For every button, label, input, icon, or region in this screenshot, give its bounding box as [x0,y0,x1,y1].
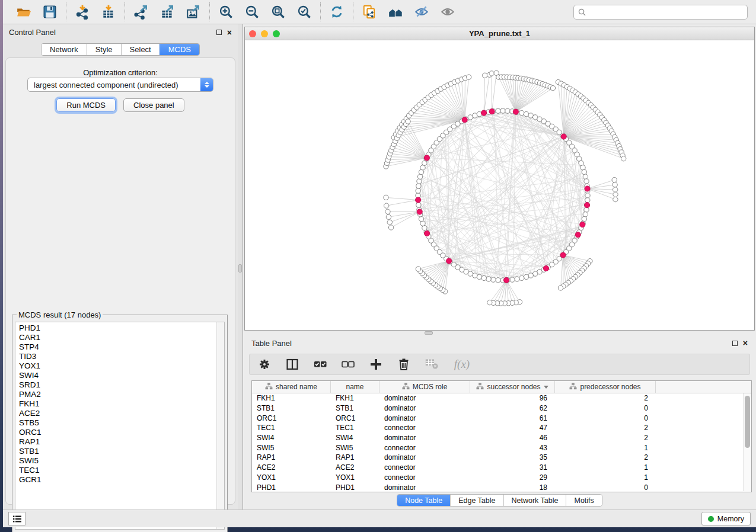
column-header-shared-name[interactable]: shared name [252,381,331,393]
tab-mcds[interactable]: MCDS [160,44,199,55]
save-icon[interactable] [41,3,59,21]
cell-name[interactable]: SWI4 [331,434,379,442]
column-header-name[interactable]: name [331,381,379,393]
table-row[interactable]: STB1STB1dominator620 [252,403,751,414]
open-folder-icon[interactable] [15,3,33,21]
home-networks-icon[interactable] [387,3,404,21]
column-header-successor-nodes[interactable]: successor nodes [470,381,555,393]
cell-name[interactable]: PHD1 [331,483,379,492]
mcds-result-item[interactable]: PHD1 [19,323,224,333]
columns-icon[interactable] [285,357,300,372]
cell-predecessor-nodes[interactable]: 2 [555,453,656,462]
mcds-result-item[interactable]: SWI5 [19,456,224,466]
table-scrollbar-thumb[interactable] [745,396,750,448]
close-panel-icon[interactable]: × [743,340,748,346]
cell-MCDS-role[interactable]: dominator [379,414,470,422]
close-panel-icon[interactable]: × [227,30,232,36]
clone-network-icon[interactable] [361,3,378,21]
cell-name[interactable]: YOX1 [331,473,379,482]
cell-successor-nodes[interactable]: 35 [470,453,555,462]
table-row[interactable]: SWI5SWI5connector431 [252,443,751,453]
cell-MCDS-role[interactable]: dominator [379,434,470,442]
cell-shared-name[interactable]: PHD1 [252,483,331,492]
cell-shared-name[interactable]: TEC1 [252,424,331,432]
mcds-result-list[interactable]: PHD1CAR1STP4TID3YOX1SWI4SRD1PMA2FKH1ACE2… [15,322,225,530]
cell-MCDS-role[interactable]: dominator [379,394,470,402]
tab-style[interactable]: Style [87,44,121,55]
vertical-splitter[interactable] [238,24,243,509]
import-network-icon[interactable] [74,3,91,21]
mcds-result-item[interactable]: SWI4 [19,371,224,380]
gear-icon[interactable] [257,357,272,372]
cell-MCDS-role[interactable]: dominator [379,404,470,412]
add-icon[interactable] [368,357,384,372]
horizontal-splitter[interactable] [243,331,756,335]
cell-name[interactable]: STB1 [331,404,379,412]
splitter-grip[interactable] [238,264,242,273]
column-header-MCDS-role[interactable]: MCDS role [379,381,470,393]
cell-MCDS-role[interactable]: dominator [379,453,470,462]
cell-shared-name[interactable]: SWI4 [252,434,331,442]
column-header-predecessor-nodes[interactable]: predecessor nodes [555,381,656,393]
mcds-result-item[interactable]: STB1 [19,447,224,456]
table-row[interactable]: YOX1YOX1connector291 [252,473,751,483]
criterion-dropdown[interactable]: largest connected component (undirected) [27,78,213,92]
cell-predecessor-nodes[interactable]: 2 [555,434,656,442]
cell-predecessor-nodes[interactable]: 1 [555,473,656,482]
hide-eye-icon[interactable] [413,3,430,21]
cell-successor-nodes[interactable]: 29 [470,473,555,482]
export-table-icon[interactable] [158,3,176,21]
mcds-result-item[interactable]: PMA2 [19,390,224,399]
cell-successor-nodes[interactable]: 61 [470,414,555,422]
table-row[interactable]: ACE2ACE2connector311 [252,463,751,473]
table-row[interactable]: PHD1PHD1dominator180 [252,482,751,492]
search-box[interactable] [573,5,748,20]
table-row[interactable]: ORC1ORC1dominator610 [252,413,751,423]
cell-successor-nodes[interactable]: 18 [470,483,555,492]
mcds-result-item[interactable]: TEC1 [19,466,224,475]
mcds-result-item[interactable]: TID3 [19,352,224,361]
cell-shared-name[interactable]: FKH1 [252,394,331,402]
cell-successor-nodes[interactable]: 96 [470,394,555,402]
cell-predecessor-nodes[interactable]: 0 [555,414,656,422]
float-panel-icon[interactable] [216,30,222,35]
cell-name[interactable]: TEC1 [331,424,379,432]
mcds-result-item[interactable]: GCR1 [19,475,224,485]
zoom-in-icon[interactable] [217,3,235,21]
mcds-result-item[interactable]: ORC1 [19,428,224,437]
cell-name[interactable]: SWI5 [331,444,379,452]
select-all-icon[interactable] [312,357,328,372]
mcds-result-item[interactable]: YOX1 [19,361,224,371]
export-image-icon[interactable] [184,3,202,21]
export-network-icon[interactable] [132,3,150,21]
mcds-result-item[interactable]: SRD1 [19,380,224,390]
mcds-result-item[interactable]: CAR1 [19,333,224,342]
tab-network-table[interactable]: Network Table [503,495,566,506]
table-scrollbar[interactable] [743,393,751,491]
cell-shared-name[interactable]: ORC1 [252,414,331,422]
cell-MCDS-role[interactable]: connector [379,473,470,482]
table-row[interactable]: TEC1TEC1connector472 [252,423,751,433]
cell-name[interactable]: ORC1 [331,414,379,422]
deselect-all-icon[interactable] [340,357,356,372]
tab-select[interactable]: Select [121,44,160,55]
close-panel-button[interactable]: Close panel [123,98,184,112]
cell-MCDS-role[interactable]: connector [379,463,470,472]
cell-MCDS-role[interactable]: connector [379,424,470,432]
cell-shared-name[interactable]: ACE2 [252,463,331,472]
table-row[interactable]: SWI4SWI4dominator462 [252,433,751,443]
cell-shared-name[interactable]: STB1 [252,404,331,412]
cell-shared-name[interactable]: RAP1 [252,453,331,462]
mcds-result-item[interactable]: STB5 [19,418,224,428]
search-input[interactable] [589,8,743,16]
cell-MCDS-role[interactable]: dominator [379,483,470,492]
memory-button[interactable]: Memory [701,512,751,525]
cell-name[interactable]: RAP1 [331,453,379,462]
zoom-selected-icon[interactable] [295,3,313,21]
cell-MCDS-role[interactable]: connector [379,444,470,452]
cell-predecessor-nodes[interactable]: 0 [555,404,656,412]
cell-successor-nodes[interactable]: 43 [470,444,555,452]
task-history-button[interactable] [8,512,25,525]
cell-name[interactable]: FKH1 [331,394,379,402]
mcds-result-item[interactable]: RAP1 [19,437,224,447]
